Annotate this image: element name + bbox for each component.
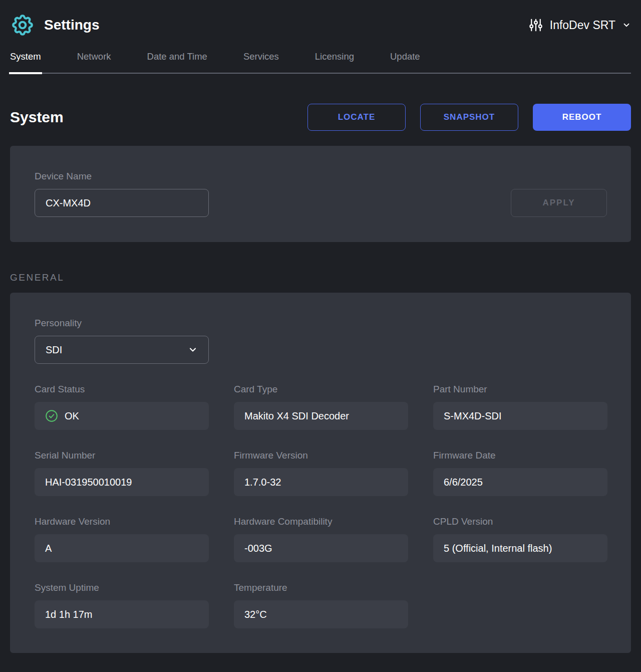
field-hardware-version: Hardware Version A: [35, 516, 209, 562]
field-system-uptime: System Uptime 1d 1h 17m: [35, 582, 209, 628]
personality-select-value: SDI: [46, 344, 62, 356]
system-uptime-value: 1d 1h 17m: [35, 600, 209, 628]
hardware-version-value: A: [35, 534, 209, 562]
snapshot-button[interactable]: SNAPSHOT: [420, 104, 518, 131]
general-fields-grid: Card Status OK Card Type Makito X4 SDI D…: [35, 384, 607, 628]
app-title: Settings: [44, 17, 99, 33]
hardware-compatibility-value: -003G: [234, 534, 408, 562]
field-card-type: Card Type Makito X4 SDI Decoder: [234, 384, 408, 430]
firmware-version-value: 1.7.0-32: [234, 468, 408, 496]
tab-licensing[interactable]: Licensing: [315, 51, 354, 73]
tab-update[interactable]: Update: [390, 51, 420, 73]
device-selector-label: InfoDev SRT: [550, 19, 615, 32]
app-header: Settings InfoDev SRT: [10, 0, 631, 38]
page-actions: LOCATE SNAPSHOT REBOOT: [307, 104, 631, 131]
card-status-value: OK: [35, 402, 209, 430]
status-ok-icon: [45, 409, 58, 422]
field-hardware-compatibility: Hardware Compatibility -003G: [234, 516, 408, 562]
field-serial-number: Serial Number HAI-031950010019: [35, 450, 209, 496]
apply-button[interactable]: APPLY: [511, 189, 607, 217]
locate-button[interactable]: LOCATE: [307, 104, 406, 131]
cpld-version-value: 5 (Official, Internal flash): [433, 534, 607, 562]
page-head: System LOCATE SNAPSHOT REBOOT: [10, 104, 631, 131]
settings-page: Settings InfoDev SRT Sy: [0, 0, 641, 653]
page-title: System: [10, 109, 64, 126]
tab-services[interactable]: Services: [243, 51, 279, 73]
field-firmware-date: Firmware Date 6/6/2025: [433, 450, 607, 496]
serial-number-value: HAI-031950010019: [35, 468, 209, 496]
personality-label: Personality: [35, 318, 607, 329]
app-header-left: Settings: [10, 13, 99, 38]
general-section-heading: GENERAL: [10, 272, 631, 283]
field-temperature: Temperature 32°C: [234, 582, 408, 628]
personality-field: Personality SDI: [35, 318, 607, 364]
reboot-button[interactable]: REBOOT: [533, 104, 631, 131]
temperature-value: 32°C: [234, 600, 408, 628]
firmware-date-value: 6/6/2025: [433, 468, 607, 496]
settings-tab-bar: System Network Date and Time Services Li…: [10, 51, 631, 74]
general-card: Personality SDI Card Status: [10, 293, 631, 653]
device-name-card: Device Name APPLY: [10, 146, 631, 242]
sliders-icon: [528, 18, 543, 33]
device-name-input[interactable]: [35, 189, 209, 217]
tab-date-and-time[interactable]: Date and Time: [147, 51, 207, 73]
device-selector[interactable]: InfoDev SRT: [528, 18, 631, 33]
field-part-number: Part Number S-MX4D-SDI: [433, 384, 607, 430]
personality-select[interactable]: SDI: [35, 336, 209, 364]
chevron-down-icon: [188, 345, 198, 355]
part-number-value: S-MX4D-SDI: [433, 402, 607, 430]
tab-network[interactable]: Network: [77, 51, 111, 73]
card-type-value: Makito X4 SDI Decoder: [234, 402, 408, 430]
chevron-down-icon: [622, 21, 631, 30]
field-card-status: Card Status OK: [35, 384, 209, 430]
field-firmware-version: Firmware Version 1.7.0-32: [234, 450, 408, 496]
settings-gear-icon: [10, 13, 35, 38]
field-cpld-version: CPLD Version 5 (Official, Internal flash…: [433, 516, 607, 562]
device-name-label: Device Name: [35, 171, 607, 182]
tab-system[interactable]: System: [10, 51, 41, 73]
